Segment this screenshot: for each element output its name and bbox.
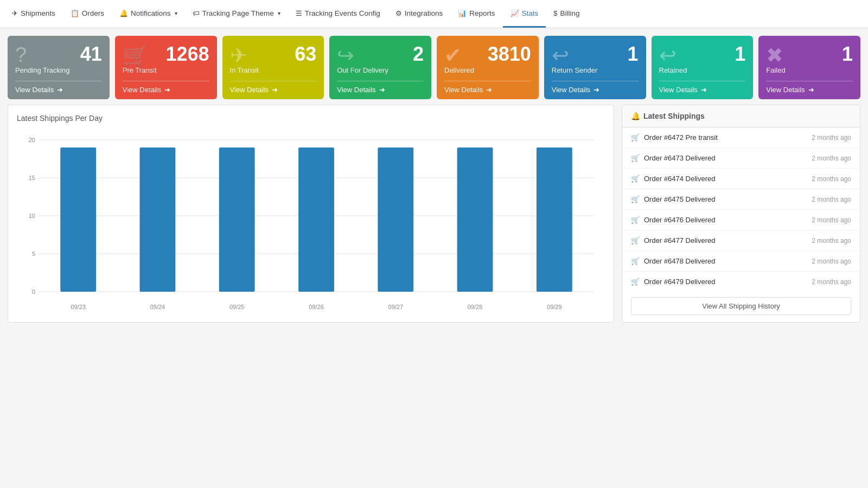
shipping-item-7: 🛒 Order #6479 Delivered 2 months ago (622, 272, 860, 292)
returnsender-label: Return Sender (552, 66, 639, 74)
retained-view-details[interactable]: View Details ➜ (659, 81, 746, 94)
order-time-0: 2 months ago (812, 134, 851, 142)
chart-panel: Latest Shippings Per Day 0510152009/2309… (8, 105, 614, 323)
arrow-icon: ➜ (808, 86, 814, 94)
svg-rect-20 (457, 147, 493, 292)
nav-label-shipments: Shipments (21, 9, 55, 17)
cart-icon-4: 🛒 (631, 216, 640, 224)
nav-item-shipments[interactable]: ✈Shipments (4, 0, 63, 28)
order-time-7: 2 months ago (812, 278, 851, 286)
order-time-6: 2 months ago (812, 258, 851, 265)
shipping-item-6: 🛒 Order #6478 Delivered 2 months ago (622, 251, 860, 272)
svg-text:15: 15 (29, 175, 35, 181)
stat-card-intransit: ✈ 63 In Transit View Details ➜ (222, 36, 324, 99)
arrow-icon: ➜ (379, 86, 385, 94)
bell-icon: 🔔 (631, 112, 640, 120)
cards-row: ? 41 Pending Tracking View Details ➜ 🛒 1… (0, 28, 868, 105)
nav-label-orders: Orders (82, 9, 104, 17)
cart-icon-7: 🛒 (631, 278, 640, 286)
orders-icon: 📋 (71, 9, 79, 17)
pretransit-card-icon: 🛒 (123, 43, 148, 67)
order-label-7: Order #6479 Delivered (644, 278, 716, 286)
retained-card-icon: ↩ (659, 43, 676, 67)
order-time-1: 2 months ago (812, 155, 851, 162)
reports-icon: 📊 (458, 9, 467, 17)
nav-item-tracking-events-config[interactable]: ☰Tracking Events Config (288, 0, 388, 28)
svg-text:09/27: 09/27 (388, 304, 404, 310)
nav-label-integrations: Integrations (405, 9, 443, 17)
shipping-item-5: 🛒 Order #6477 Delivered 2 months ago (622, 230, 860, 251)
svg-rect-18 (378, 147, 413, 292)
order-info-5: 🛒 Order #6477 Delivered (631, 236, 716, 245)
order-info-3: 🛒 Order #6475 Delivered (631, 195, 716, 203)
svg-text:20: 20 (29, 137, 35, 143)
intransit-label: In Transit (230, 66, 317, 74)
stat-card-pretransit: 🛒 1268 Pre Transit View Details ➜ (115, 36, 217, 99)
order-label-6: Order #6478 Delivered (644, 257, 716, 265)
pending-count: 41 (15, 44, 102, 64)
cart-icon-6: 🛒 (631, 257, 640, 265)
latest-shippings-title: Latest Shippings (643, 112, 705, 120)
order-info-0: 🛒 Order #6472 Pre transit (631, 133, 718, 142)
pending-view-details[interactable]: View Details ➜ (15, 81, 102, 94)
integrations-icon: ⚙ (395, 9, 402, 17)
svg-text:5: 5 (32, 251, 35, 257)
delivered-card-icon: ✔ (444, 43, 462, 67)
returnsender-view-details[interactable]: View Details ➜ (552, 81, 639, 94)
order-info-4: 🛒 Order #6476 Delivered (631, 216, 716, 224)
shipping-item-2: 🛒 Order #6474 Delivered 2 months ago (622, 169, 860, 189)
arrow-icon: ➜ (701, 86, 707, 94)
svg-text:0: 0 (32, 288, 35, 295)
delivered-view-details[interactable]: View Details ➜ (444, 81, 531, 94)
failed-view-details[interactable]: View Details ➜ (766, 81, 853, 94)
order-label-5: Order #6477 Delivered (644, 236, 716, 245)
notifications-icon: 🔔 (119, 9, 128, 17)
svg-text:09/29: 09/29 (547, 304, 562, 310)
cart-icon-1: 🛒 (631, 154, 640, 162)
latest-shippings-header: 🔔 Latest Shippings (622, 105, 860, 127)
caret-icon: ▾ (278, 10, 280, 16)
svg-text:09/23: 09/23 (71, 304, 86, 310)
order-time-5: 2 months ago (812, 237, 851, 245)
failed-label: Failed (766, 66, 853, 74)
order-info-7: 🛒 Order #6479 Delivered (631, 278, 716, 286)
shipping-items-list: 🛒 Order #6472 Pre transit 2 months ago 🛒… (622, 127, 860, 292)
order-label-4: Order #6476 Delivered (644, 216, 716, 224)
svg-rect-12 (140, 147, 176, 292)
outdelivery-view-details[interactable]: View Details ➜ (337, 81, 424, 94)
nav-item-tracking-page-theme[interactable]: 🏷Tracking Page Theme▾ (185, 0, 288, 28)
nav-item-stats[interactable]: 📈Stats (503, 0, 546, 28)
pretransit-view-details[interactable]: View Details ➜ (123, 81, 209, 94)
stat-card-pending: ? 41 Pending Tracking View Details ➜ (8, 36, 110, 99)
order-time-4: 2 months ago (812, 216, 851, 224)
nav-item-orders[interactable]: 📋Orders (63, 0, 112, 28)
nav-item-reports[interactable]: 📊Reports (450, 0, 502, 28)
stats-icon: 📈 (510, 9, 519, 17)
svg-rect-22 (537, 147, 572, 292)
nav-item-billing[interactable]: $Billing (546, 0, 587, 28)
retained-label: Retained (659, 66, 746, 74)
pending-card-icon: ? (15, 43, 27, 67)
svg-text:09/28: 09/28 (468, 304, 483, 310)
chart-title: Latest Shippings Per Day (17, 114, 605, 123)
view-all-button[interactable]: View All Shipping History (631, 297, 851, 315)
shipping-item-1: 🛒 Order #6473 Delivered 2 months ago (622, 148, 860, 169)
order-label-2: Order #6474 Delivered (644, 175, 716, 183)
stat-card-outdelivery: ↪ 2 Out For Delivery View Details ➜ (329, 36, 431, 99)
outdelivery-label: Out For Delivery (337, 66, 424, 74)
svg-text:10: 10 (29, 213, 35, 219)
nav-item-notifications[interactable]: 🔔Notifications▾ (112, 0, 185, 28)
latest-panel: 🔔 Latest Shippings 🛒 Order #6472 Pre tra… (622, 105, 860, 323)
intransit-view-details[interactable]: View Details ➜ (230, 81, 317, 94)
order-label-1: Order #6473 Delivered (644, 154, 716, 162)
order-info-2: 🛒 Order #6474 Delivered (631, 175, 716, 183)
stat-card-delivered: ✔ 3810 Delivered View Details ➜ (437, 36, 539, 99)
arrow-icon: ➜ (57, 86, 63, 94)
chart-area: 0510152009/2309/2409/2509/2609/2709/2809… (17, 129, 605, 313)
cart-icon-2: 🛒 (631, 175, 640, 183)
svg-rect-14 (219, 147, 255, 292)
stat-card-returnsender: ↩ 1 Return Sender View Details ➜ (544, 36, 646, 99)
nav-bar: ✈Shipments📋Orders🔔Notifications▾🏷Trackin… (0, 0, 868, 28)
nav-item-integrations[interactable]: ⚙Integrations (388, 0, 451, 28)
shipping-item-4: 🛒 Order #6476 Delivered 2 months ago (622, 210, 860, 230)
